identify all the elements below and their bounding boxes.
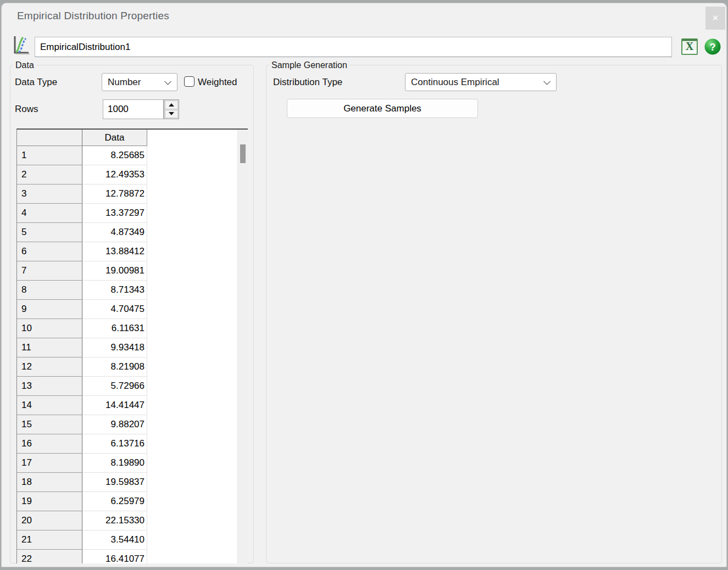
row-value-cell[interactable]: 6.25979 <box>82 492 147 511</box>
row-index-cell[interactable]: 1 <box>17 146 82 165</box>
row-index-cell[interactable]: 14 <box>17 396 82 415</box>
row-value-cell[interactable]: 8.21908 <box>82 357 147 377</box>
excel-export-icon[interactable]: X <box>681 38 698 55</box>
row-value-cell[interactable]: 6.13716 <box>82 434 147 454</box>
distribution-type-combobox[interactable]: Continuous Empirical <box>405 73 557 91</box>
scrollbar-thumb[interactable] <box>240 144 246 163</box>
table-row: 613.88412 <box>17 242 248 261</box>
row-index-cell[interactable]: 11 <box>17 338 82 357</box>
generate-samples-label: Generate Samples <box>343 103 421 114</box>
row-index-cell[interactable]: 15 <box>17 415 82 434</box>
row-index-cell[interactable]: 18 <box>17 473 82 492</box>
table-row: 178.19890 <box>17 454 248 473</box>
data-table-rows: 18.25685212.49353312.78872413.3729754.87… <box>17 146 248 563</box>
row-index-cell[interactable]: 16 <box>17 434 82 454</box>
data-group-label: Data <box>13 60 36 70</box>
close-icon: × <box>713 13 718 24</box>
table-row: 1819.59837 <box>17 473 248 492</box>
table-row: 2216.41077 <box>17 550 248 563</box>
row-value-cell[interactable]: 19.59837 <box>82 473 147 492</box>
row-index-cell[interactable]: 20 <box>17 511 82 530</box>
table-row: 119.93418 <box>17 338 248 357</box>
row-index-cell[interactable]: 4 <box>17 204 82 223</box>
row-index-cell[interactable]: 22 <box>17 550 82 563</box>
weighted-checkbox[interactable] <box>184 76 194 87</box>
spinner-up-button[interactable] <box>165 100 178 109</box>
row-value-cell[interactable]: 8.19890 <box>82 454 147 473</box>
row-index-cell[interactable]: 8 <box>17 281 82 300</box>
rows-spinner-buttons <box>164 99 179 119</box>
row-value-cell[interactable]: 12.78872 <box>82 185 147 204</box>
table-row: 2022.15330 <box>17 511 248 530</box>
table-row: 413.37297 <box>17 204 248 223</box>
arrow-up-icon <box>169 103 174 107</box>
dialog-title: Empirical Distribution Properties <box>17 10 169 22</box>
row-index-cell[interactable]: 21 <box>17 530 82 550</box>
row-index-cell[interactable]: 10 <box>17 319 82 338</box>
rows-input[interactable] <box>103 99 164 119</box>
row-value-cell[interactable]: 8.25685 <box>82 146 147 165</box>
row-value-cell[interactable]: 9.93418 <box>82 338 147 357</box>
table-row: 196.25979 <box>17 492 248 511</box>
row-index-cell[interactable]: 19 <box>17 492 82 511</box>
table-row: 135.72966 <box>17 377 248 396</box>
row-index-cell[interactable]: 12 <box>17 357 82 377</box>
chevron-down-icon <box>543 77 551 85</box>
data-type-label: Data Type <box>15 77 57 88</box>
help-question-glyph: ? <box>709 41 716 53</box>
table-corner-cell[interactable] <box>17 130 82 146</box>
row-value-cell[interactable]: 14.41447 <box>82 396 147 415</box>
data-type-value: Number <box>108 77 141 88</box>
title-bar: Empirical Distribution Properties × <box>2 3 726 29</box>
row-value-cell[interactable]: 16.41077 <box>82 550 147 563</box>
row-value-cell[interactable]: 4.87349 <box>82 223 147 242</box>
row-index-cell[interactable]: 2 <box>17 165 82 185</box>
help-icon[interactable]: ? <box>704 38 721 55</box>
row-value-cell[interactable]: 5.72966 <box>82 377 147 396</box>
spinner-down-button[interactable] <box>165 110 178 119</box>
table-row: 166.13716 <box>17 434 248 454</box>
row-value-cell[interactable]: 9.88207 <box>82 415 147 434</box>
data-table: Data 18.25685212.49353312.78872413.37297… <box>16 128 248 563</box>
table-row: 54.87349 <box>17 223 248 242</box>
row-value-cell[interactable]: 13.88412 <box>82 242 147 261</box>
row-index-cell[interactable]: 13 <box>17 377 82 396</box>
rows-label: Rows <box>15 104 38 115</box>
row-value-cell[interactable]: 13.37297 <box>82 204 147 223</box>
table-row: 159.88207 <box>17 415 248 434</box>
data-column-header-label: Data <box>105 132 125 143</box>
distribution-curve-icon <box>12 35 30 56</box>
rows-spinner <box>103 99 179 119</box>
row-index-cell[interactable]: 9 <box>17 300 82 319</box>
row-value-cell[interactable]: 6.11631 <box>82 319 147 338</box>
row-value-cell[interactable]: 12.49353 <box>82 165 147 185</box>
table-row: 212.49353 <box>17 165 248 185</box>
excel-x-glyph: X <box>686 40 694 52</box>
data-type-combobox[interactable]: Number <box>102 73 177 91</box>
table-row: 18.25685 <box>17 146 248 165</box>
distribution-type-value: Continuous Empirical <box>411 77 499 88</box>
table-row: 1414.41447 <box>17 396 248 415</box>
empirical-distribution-properties-dialog: Empirical Distribution Properties × X ? … <box>1 3 727 567</box>
row-index-cell[interactable]: 3 <box>17 185 82 204</box>
data-groupbox: Data Data Type Number Weighted Rows <box>10 65 254 563</box>
row-value-cell[interactable]: 3.54410 <box>82 530 147 550</box>
table-row: 88.71343 <box>17 281 248 300</box>
object-name-input[interactable] <box>35 37 672 57</box>
row-index-cell[interactable]: 7 <box>17 261 82 281</box>
sample-generation-group-label: Sample Generation <box>269 60 349 70</box>
table-scrollbar[interactable] <box>237 130 248 563</box>
row-value-cell[interactable]: 4.70475 <box>82 300 147 319</box>
close-button[interactable]: × <box>705 7 725 30</box>
row-index-cell[interactable]: 17 <box>17 454 82 473</box>
row-value-cell[interactable]: 22.15330 <box>82 511 147 530</box>
data-column-header[interactable]: Data <box>82 130 147 146</box>
table-row: 719.00981 <box>17 261 248 281</box>
generate-samples-button[interactable]: Generate Samples <box>287 99 478 118</box>
row-value-cell[interactable]: 19.00981 <box>82 261 147 281</box>
table-row: 213.54410 <box>17 530 248 550</box>
row-index-cell[interactable]: 6 <box>17 242 82 261</box>
row-value-cell[interactable]: 8.71343 <box>82 281 147 300</box>
row-index-cell[interactable]: 5 <box>17 223 82 242</box>
table-row: 312.78872 <box>17 185 248 204</box>
